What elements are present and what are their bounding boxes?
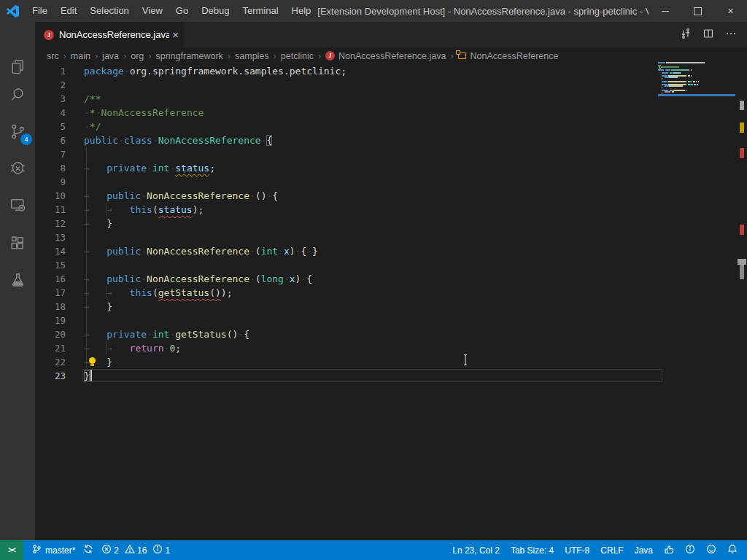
sidebar-item-explorer[interactable]: [0, 50, 35, 82]
line-number[interactable]: 11: [35, 203, 66, 217]
breadcrumb-item[interactable]: petclinic: [281, 51, 314, 61]
code-line[interactable]: 7: [35, 147, 747, 161]
code-line[interactable]: 23}: [35, 369, 747, 383]
line-number[interactable]: 21: [35, 341, 66, 355]
breadcrumb-item[interactable]: samples: [235, 51, 269, 61]
tab-nonaccessreference[interactable]: J NonAccessReference.java ×: [35, 22, 185, 47]
problems-status[interactable]: 2 16 1: [101, 544, 174, 556]
minimap[interactable]: [658, 62, 735, 96]
tab-close-icon[interactable]: ×: [172, 30, 179, 40]
close-button[interactable]: ×: [714, 0, 747, 22]
menu-view[interactable]: View: [136, 0, 169, 22]
sidebar-item-run-and-debug[interactable]: [0, 152, 35, 184]
code-line[interactable]: 12→}: [35, 217, 747, 230]
extensions-icon: [9, 234, 27, 252]
smiley-icon[interactable]: [706, 544, 716, 556]
git-branch-status[interactable]: master*: [31, 544, 75, 556]
code-line[interactable]: 10→public·NonAccessReference·()·{: [35, 189, 747, 203]
code-line[interactable]: 2: [35, 78, 747, 92]
sidebar-item-source-control[interactable]: 4: [0, 115, 35, 147]
sync-button[interactable]: [83, 544, 93, 556]
code-line[interactable]: 6public·class·NonAccessReference·{: [35, 133, 747, 147]
code-line[interactable]: 14→public·NonAccessReference·(int·x)·{·}: [35, 244, 747, 258]
code-line[interactable]: 4·*·NonAccessReference: [35, 106, 747, 120]
code-line[interactable]: 21→→return·0;: [35, 341, 747, 355]
line-number[interactable]: 23: [35, 369, 66, 383]
code-line[interactable]: 1package·org.springframework.samples.pet…: [35, 64, 747, 78]
encoding-status[interactable]: UTF-8: [565, 545, 589, 556]
sidebar-item-extensions[interactable]: [0, 227, 35, 259]
menu-debug[interactable]: Debug: [195, 0, 236, 22]
split-editor-icon[interactable]: [703, 28, 714, 42]
menu-go[interactable]: Go: [169, 0, 195, 22]
line-number[interactable]: 19: [35, 314, 66, 327]
breadcrumb-item[interactable]: main: [71, 51, 90, 61]
line-number[interactable]: 12: [35, 217, 66, 230]
code-line[interactable]: 5·*/: [35, 120, 747, 133]
more-actions-icon[interactable]: [725, 28, 737, 42]
eol-status[interactable]: CRLF: [600, 545, 623, 556]
code-line[interactable]: 13: [35, 230, 747, 244]
line-number[interactable]: 13: [35, 230, 66, 244]
line-number[interactable]: 15: [35, 258, 66, 272]
open-changes-icon[interactable]: [680, 28, 692, 42]
line-number[interactable]: 10: [35, 189, 66, 203]
indentation-status[interactable]: Tab Size: 4: [511, 545, 554, 556]
lightbulb-icon[interactable]: [89, 357, 96, 364]
menu-terminal[interactable]: Terminal: [236, 0, 285, 22]
menu-edit[interactable]: Edit: [54, 0, 83, 22]
language-mode[interactable]: Java: [635, 545, 653, 556]
line-number[interactable]: 18: [35, 300, 66, 314]
code-line[interactable]: 11→→this(status);: [35, 203, 747, 217]
line-number[interactable]: 16: [35, 272, 66, 286]
breadcrumb-separator: ›: [63, 51, 66, 61]
breadcrumb-item[interactable]: src: [47, 51, 59, 61]
cursor-position[interactable]: Ln 23, Col 2: [452, 545, 500, 556]
sidebar-item-search[interactable]: [0, 79, 35, 111]
maximize-button[interactable]: [681, 0, 714, 22]
java-file-icon: J: [44, 30, 54, 40]
line-number[interactable]: 5: [35, 120, 66, 133]
breadcrumb-item[interactable]: JNonAccessReference.java: [325, 51, 446, 61]
feedback-icon[interactable]: [664, 544, 674, 556]
line-number[interactable]: 3: [35, 92, 66, 106]
code-line[interactable]: 9: [35, 175, 747, 189]
close-icon: ×: [727, 5, 733, 17]
code-editor[interactable]: 1package·org.springframework.samples.pet…: [35, 64, 747, 540]
line-number[interactable]: 6: [35, 133, 66, 147]
code-line[interactable]: 18→}: [35, 300, 747, 314]
breadcrumb-item[interactable]: java: [102, 51, 119, 61]
bell-icon[interactable]: [727, 544, 738, 556]
breadcrumb-item[interactable]: springframework: [155, 51, 222, 61]
line-number[interactable]: 2: [35, 78, 66, 92]
line-number[interactable]: 9: [35, 175, 66, 189]
line-number[interactable]: 14: [35, 244, 66, 258]
line-number[interactable]: 8: [35, 161, 66, 175]
menu-selection[interactable]: Selection: [83, 0, 135, 22]
breadcrumb-item[interactable]: NonAccessReference: [458, 51, 559, 61]
code-line[interactable]: 15: [35, 258, 747, 272]
line-number[interactable]: 22: [35, 355, 66, 369]
line-number[interactable]: 20: [35, 327, 66, 341]
code-line[interactable]: 20→private·int·getStatus()·{: [35, 327, 747, 341]
line-number[interactable]: 4: [35, 106, 66, 120]
line-number[interactable]: 17: [35, 286, 66, 300]
code-line[interactable]: 22→}: [35, 355, 747, 369]
status-bar-right: Ln 23, Col 2 Tab Size: 4 UTF-8 CRLF Java: [452, 544, 747, 556]
code-line[interactable]: 3/**: [35, 92, 747, 106]
code-line[interactable]: 19: [35, 314, 747, 327]
remote-indicator[interactable]: ><: [0, 540, 23, 560]
warning-icon: [125, 544, 135, 556]
breadcrumb-item[interactable]: org: [131, 51, 144, 61]
code-line[interactable]: 16→public·NonAccessReference·(long·x)·{: [35, 272, 747, 286]
menu-file[interactable]: File: [26, 0, 54, 22]
code-line[interactable]: 8→private·int·status;: [35, 161, 747, 175]
sidebar-item-remote-explorer[interactable]: [0, 188, 35, 220]
code-line[interactable]: 17→→this(getStatus());: [35, 286, 747, 300]
line-number[interactable]: 7: [35, 147, 66, 161]
sidebar-item-testing[interactable]: [0, 264, 35, 296]
minimize-button[interactable]: [649, 0, 681, 22]
menu-help[interactable]: Help: [285, 0, 318, 22]
line-number[interactable]: 1: [35, 64, 66, 78]
info-circle-icon[interactable]: [685, 544, 695, 556]
